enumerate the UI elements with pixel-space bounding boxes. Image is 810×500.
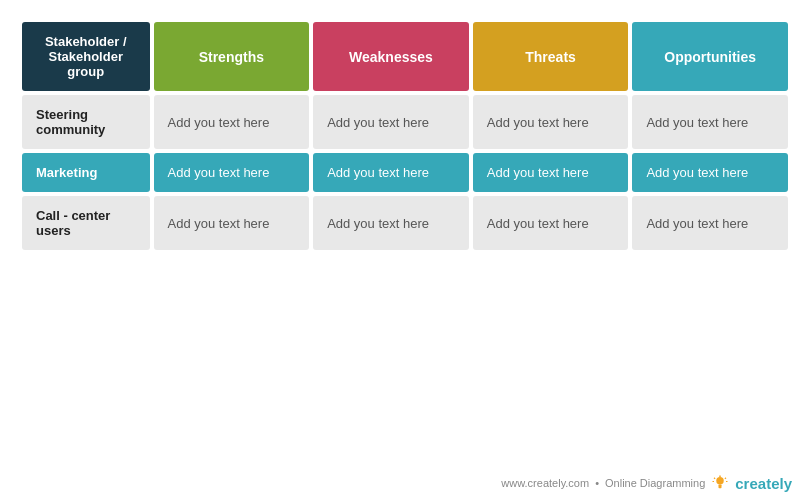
table-row: MarketingAdd you text hereAdd you text h… (22, 153, 788, 192)
cell-3: Add you text here (632, 95, 788, 149)
th-opportunities: Opportunities (632, 22, 788, 91)
cell-0: Add you text here (154, 196, 310, 250)
bulb-icon (711, 474, 729, 492)
svg-rect-1 (719, 485, 722, 489)
footer: www.creately.com • Online Diagramming cr… (0, 470, 810, 500)
cell-2: Add you text here (473, 196, 629, 250)
footer-separator: • (595, 477, 599, 489)
cell-2: Add you text here (473, 95, 629, 149)
main-container: Stakeholder / Stakeholder group Strength… (0, 0, 810, 470)
th-strengths: Strengths (154, 22, 310, 91)
header-row: Stakeholder / Stakeholder group Strength… (22, 22, 788, 91)
cell-1: Add you text here (313, 153, 469, 192)
cell-1: Add you text here (313, 95, 469, 149)
cell-3: Add you text here (632, 196, 788, 250)
th-stakeholder: Stakeholder / Stakeholder group (22, 22, 150, 91)
cell-2: Add you text here (473, 153, 629, 192)
brand-name: creately (735, 475, 792, 492)
row-label: Steering community (22, 95, 150, 149)
svg-line-3 (714, 478, 715, 479)
swot-table: Stakeholder / Stakeholder group Strength… (18, 18, 792, 254)
cell-1: Add you text here (313, 196, 469, 250)
table-row: Steering communityAdd you text hereAdd y… (22, 95, 788, 149)
svg-line-4 (725, 478, 726, 479)
svg-point-0 (717, 477, 725, 485)
footer-tagline: Online Diagramming (605, 477, 705, 489)
table-row: Call - center usersAdd you text hereAdd … (22, 196, 788, 250)
cell-0: Add you text here (154, 153, 310, 192)
row-label: Marketing (22, 153, 150, 192)
footer-url: www.creately.com (501, 477, 589, 489)
cell-0: Add you text here (154, 95, 310, 149)
th-weaknesses: Weaknesses (313, 22, 469, 91)
row-label: Call - center users (22, 196, 150, 250)
cell-3: Add you text here (632, 153, 788, 192)
th-threats: Threats (473, 22, 629, 91)
